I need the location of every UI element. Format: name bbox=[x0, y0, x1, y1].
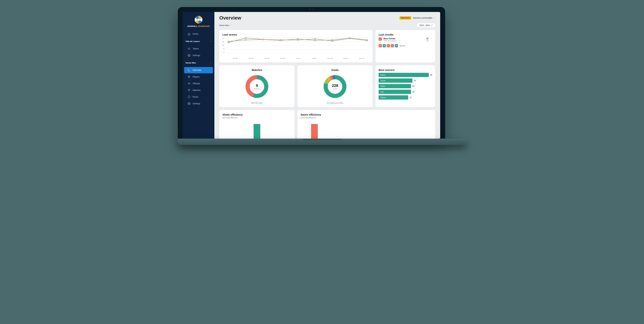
svg-point-9 bbox=[188, 83, 189, 83]
last-scores-card: Last scores 32241680 Oct 28Nov 12Nov 18N… bbox=[219, 30, 373, 62]
nav-label: Rivals bbox=[192, 96, 198, 98]
scorer-row: Luis23 bbox=[379, 90, 432, 94]
user-menu[interactable]: Maxime Lechevallier bbox=[413, 17, 435, 19]
svg-point-30 bbox=[297, 38, 298, 40]
scorer-bar: Luis bbox=[379, 90, 411, 94]
line-chart bbox=[226, 38, 370, 57]
nav-overview[interactable]: Overview bbox=[184, 67, 213, 73]
season-selector[interactable]: 2023 - 2024 bbox=[417, 23, 435, 28]
svg-point-22 bbox=[314, 38, 316, 40]
nav-label: Home bbox=[192, 33, 198, 35]
svg-point-21 bbox=[297, 40, 298, 40]
goals-donut: 228 Goals bbox=[323, 74, 347, 99]
scorer-row: Torron24 bbox=[379, 78, 432, 83]
chevron-down-icon bbox=[210, 40, 212, 42]
svg-point-18 bbox=[245, 38, 246, 38]
svg-point-6 bbox=[188, 48, 188, 49]
team-name: Villa de Luanco bbox=[384, 40, 397, 42]
results-strip: LWLLWSee all bbox=[379, 44, 432, 47]
shirt-icon bbox=[188, 76, 190, 78]
chevron-right-icon bbox=[430, 38, 432, 40]
nav-rivals[interactable]: Rivals bbox=[184, 94, 213, 100]
opponent-name: Base Oviedo bbox=[384, 38, 395, 40]
saves-bar bbox=[311, 124, 318, 138]
nav-matches[interactable]: Matches bbox=[184, 87, 213, 94]
trophy-icon bbox=[188, 89, 190, 92]
matches-donut: 9 Matches bbox=[244, 74, 269, 99]
nav-team-settings[interactable]: Settings bbox=[184, 100, 213, 107]
card-title: Last scores bbox=[222, 33, 370, 36]
nav-label: Matches bbox=[192, 89, 200, 92]
saves-efficiency-card: Saves efficiency 10% total efficiency bbox=[298, 110, 435, 138]
nav-label: Players bbox=[192, 76, 200, 78]
scorer-bar: Torron bbox=[379, 78, 412, 83]
nav-home[interactable]: Home bbox=[184, 31, 213, 37]
shield-icon bbox=[188, 96, 190, 98]
list-icon bbox=[188, 47, 190, 50]
shots-efficiency-value: 85% total efficiency bbox=[222, 117, 292, 119]
svg-point-34 bbox=[366, 40, 368, 40]
scorer-bar: Carlos bbox=[379, 73, 429, 77]
card-title: Best scorers bbox=[379, 68, 432, 72]
svg-point-5 bbox=[188, 48, 188, 48]
users-icon bbox=[188, 82, 190, 85]
y-axis: 32241680 bbox=[222, 38, 224, 53]
nav-label: Settings bbox=[192, 102, 200, 105]
result-badge[interactable]: L bbox=[379, 44, 382, 47]
nav-players[interactable]: Players bbox=[184, 74, 213, 80]
scorer-row: Marino21 bbox=[379, 95, 432, 100]
result-badge[interactable]: L bbox=[391, 44, 394, 47]
gear-icon bbox=[188, 54, 190, 57]
see-all-link[interactable]: See all bbox=[400, 45, 405, 47]
nav-label: Overview bbox=[192, 69, 201, 72]
filter-label: Senior Men bbox=[219, 24, 229, 26]
goals-per-match: 25.3 goals per match bbox=[327, 102, 343, 104]
nav-group-team[interactable]: Senior Men bbox=[183, 60, 214, 66]
scorer-value: 21 bbox=[410, 96, 412, 98]
nav-label: Teams bbox=[192, 48, 199, 50]
scorer-value: 23 bbox=[412, 91, 414, 93]
result-badge[interactable]: L bbox=[387, 44, 390, 47]
svg-point-29 bbox=[280, 40, 281, 41]
last-results-card: Last results L Base Oviedo 27 Villa de L… bbox=[376, 30, 435, 62]
chevron-down-icon bbox=[210, 62, 212, 64]
team-filter-dropdown[interactable]: Senior Men bbox=[219, 24, 232, 26]
card-title: Shots efficiency bbox=[222, 113, 292, 116]
user-name-label: Maxime Lechevallier bbox=[413, 17, 432, 19]
card-title: Matches bbox=[252, 68, 262, 72]
saves-efficiency-value: 10% total efficiency bbox=[300, 117, 432, 119]
nav-label: Officials bbox=[192, 82, 200, 85]
shots-bar bbox=[254, 124, 260, 138]
scorer-bar: Rober bbox=[379, 84, 411, 88]
nav-group-label: Villa de Luanco bbox=[186, 40, 200, 42]
scorer-value: 38 bbox=[430, 74, 432, 76]
svg-point-7 bbox=[188, 49, 188, 50]
nav-group-club[interactable]: Villa de Luanco bbox=[183, 38, 214, 44]
gear-icon bbox=[188, 102, 190, 105]
result-badge[interactable]: W bbox=[395, 44, 398, 47]
scorer-value: 23 bbox=[412, 85, 414, 87]
svg-point-26 bbox=[228, 41, 229, 42]
card-title: Goals bbox=[331, 68, 339, 72]
gauge-icon bbox=[188, 69, 190, 72]
main-content: Overview PRO PACK Maxime Lechevallier Se… bbox=[214, 12, 440, 138]
nav-group-label: Senior Men bbox=[186, 62, 196, 64]
nav-club-settings[interactable]: Settings bbox=[184, 52, 213, 58]
svg-point-32 bbox=[332, 40, 333, 40]
goals-card: Goals 228 Goals 25.3 goals per match bbox=[298, 65, 373, 107]
svg-point-28 bbox=[262, 39, 264, 40]
nav-officials[interactable]: Officials bbox=[184, 80, 213, 87]
next-result-button[interactable] bbox=[430, 38, 432, 40]
result-badge[interactable]: W bbox=[383, 44, 386, 47]
logo-ball-icon bbox=[194, 16, 203, 24]
svg-point-27 bbox=[245, 40, 246, 40]
result-badge: L bbox=[379, 38, 382, 41]
sidebar: HANDBALL DASHBOARD Home Villa de Luanco … bbox=[183, 12, 214, 138]
card-title: Last results bbox=[379, 33, 432, 36]
matches-card: Matches 9 Matches 56% Win Rate bbox=[219, 65, 294, 107]
logo: HANDBALL DASHBOARD bbox=[183, 12, 214, 29]
matches-count: 9 bbox=[256, 83, 258, 88]
scorer-value: 24 bbox=[414, 80, 416, 82]
goals-label: Goals bbox=[333, 88, 337, 90]
nav-teams[interactable]: Teams bbox=[184, 46, 213, 52]
